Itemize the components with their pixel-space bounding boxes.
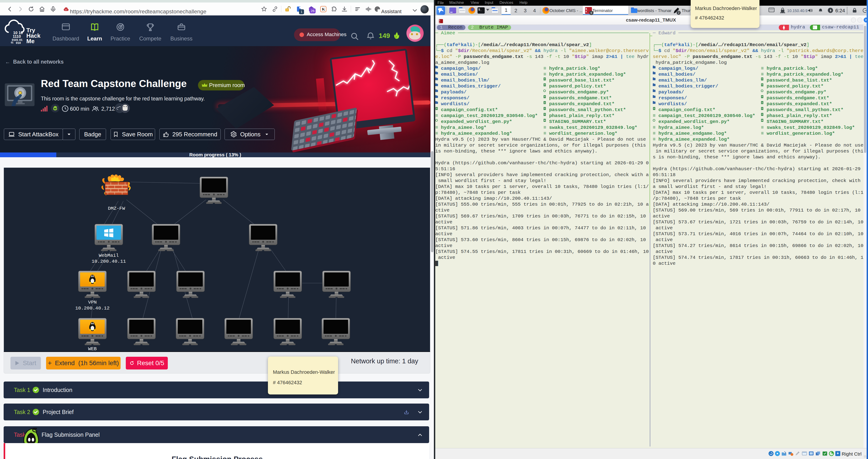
svg-text:01: 01 — [11, 41, 13, 44]
svg-text:WebMail: WebMail — [99, 253, 119, 258]
svg-text:10: 10 — [65, 9, 67, 10]
svg-text:WEB: WEB — [88, 346, 97, 351]
svg-text:VPN: VPN — [88, 300, 97, 305]
svg-text:K: K — [322, 7, 325, 11]
svg-text:10.200.40.12: 10.200.40.12 — [75, 306, 110, 311]
svg-text:DMZ-FW: DMZ-FW — [108, 206, 125, 211]
svg-text:Me: Me — [26, 38, 34, 44]
svg-text:010: 010 — [16, 41, 21, 44]
svg-text:10.200.40.11: 10.200.40.11 — [92, 259, 126, 264]
